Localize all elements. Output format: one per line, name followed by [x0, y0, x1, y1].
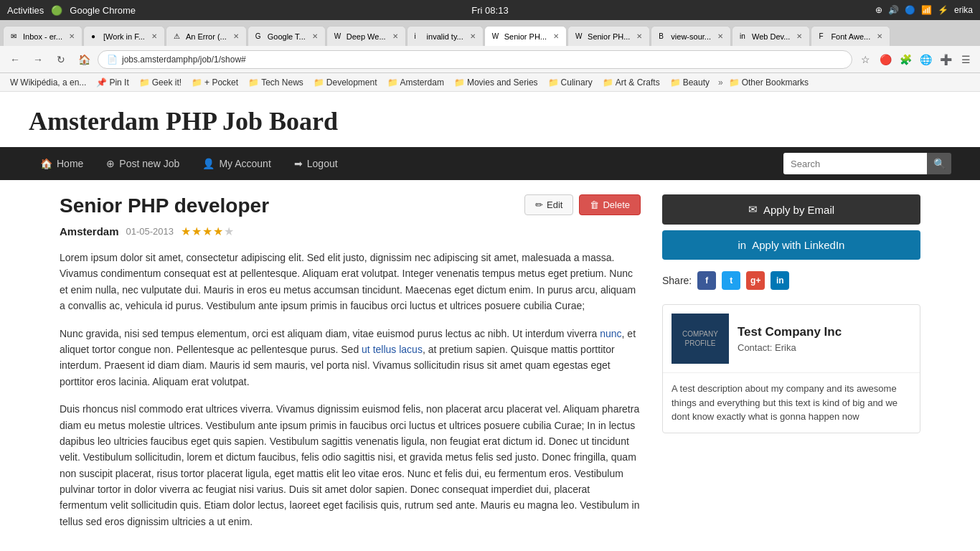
- chrome-menu-ext3[interactable]: 🌐: [917, 51, 934, 68]
- nav-post-job[interactable]: ⊕ Post new Job: [95, 147, 191, 180]
- apply-email-button[interactable]: ✉ Apply by Email: [662, 194, 920, 225]
- bookmark-pocket[interactable]: 📁 + Pocket: [187, 75, 242, 90]
- bookmark-label-pocket: + Pocket: [204, 77, 238, 88]
- reload-button[interactable]: ↻: [52, 50, 70, 69]
- tabs-bar: ✉ Inbox - er... ✕ ● [Work in F... ✕ ⚠ An…: [0, 20, 980, 46]
- apply-email-label: Apply by Email: [763, 204, 834, 216]
- home-button[interactable]: 🏠: [75, 50, 93, 69]
- trash-icon: 🗑: [590, 199, 599, 210]
- bookmark-culinary[interactable]: 📁 Culinary: [544, 75, 597, 90]
- tab-gmail[interactable]: ✉ Inbox - er... ✕: [3, 26, 83, 46]
- bookmark-icon-wikipedia: W: [10, 77, 18, 88]
- job-link-1[interactable]: nunc: [600, 328, 621, 339]
- chrome-menu-ext1[interactable]: 🔴: [877, 51, 894, 68]
- bookmark-label-amsterdam: Amsterdam: [400, 77, 444, 88]
- facebook-share-button[interactable]: f: [697, 271, 716, 290]
- search-button[interactable]: 🔍: [927, 153, 951, 174]
- tab-viewsource[interactable]: B view-sour... ✕: [651, 26, 731, 46]
- googleplus-share-button[interactable]: g+: [746, 271, 765, 290]
- twitter-share-button[interactable]: t: [722, 271, 740, 290]
- browser-label: Google Chrome: [70, 5, 136, 16]
- bookmark-pinit[interactable]: 📌 Pin It: [92, 75, 133, 90]
- job-meta: Amsterdam 01-05-2013 ★ ★ ★ ★ ★: [60, 225, 641, 238]
- bookmark-label-development: Development: [326, 77, 377, 88]
- bookmarks-more[interactable]: »: [718, 77, 723, 88]
- tab-label-google: Google T...: [268, 32, 306, 41]
- address-bar[interactable]: 📄 jobs.amsterdamphp/job/1/show#: [98, 50, 852, 69]
- tab-close-work[interactable]: ✕: [151, 32, 157, 40]
- tab-close-fontawe[interactable]: ✕: [877, 32, 882, 40]
- user-icon: 👤: [202, 158, 215, 169]
- bookmark-artcrafts[interactable]: 📁 Art & Crafts: [598, 75, 664, 90]
- bookmark-development[interactable]: 📁 Development: [309, 75, 382, 90]
- tab-fontawe[interactable]: F Font Awe... ✕: [811, 26, 890, 46]
- tab-close-google[interactable]: ✕: [312, 32, 318, 40]
- apply-linkedin-button[interactable]: in Apply with LinkedIn: [662, 230, 920, 260]
- forward-button[interactable]: →: [29, 50, 47, 69]
- bookmark-other[interactable]: 📁 Other Bookmarks: [725, 75, 813, 90]
- tab-deepweb[interactable]: W Deep We... ✕: [326, 26, 406, 46]
- bluetooth-icon: 🔵: [905, 5, 915, 15]
- job-location: Amsterdam: [60, 225, 119, 237]
- tab-webdev[interactable]: in Web Dev... ✕: [732, 26, 810, 46]
- os-bar: Activities 🟢 Google Chrome Fri 08:13 ⊕ 🔊…: [0, 0, 980, 20]
- bookmark-label-wikipedia: Wikipédia, a en...: [20, 77, 86, 88]
- bookmark-geekit[interactable]: 📁 Geek it!: [135, 75, 186, 90]
- edit-button[interactable]: ✏ Edit: [524, 194, 573, 215]
- tab-label-deepweb: Deep We...: [347, 32, 386, 41]
- job-paragraph-3: Duis rhoncus nisl commodo erat ultrices …: [60, 401, 641, 529]
- job-link-2[interactable]: ut tellus lacus: [362, 344, 423, 355]
- bookmark-wikipedia[interactable]: W Wikipédia, a en...: [6, 75, 90, 90]
- bookmark-icon-development: 📁: [314, 77, 324, 88]
- company-contact: Contact: Erika: [738, 342, 842, 353]
- bookmark-technews[interactable]: 📁 Tech News: [244, 75, 308, 90]
- tab-error[interactable]: ⚠ An Error (... ✕: [166, 26, 247, 46]
- bookmark-movies[interactable]: 📁 Movies and Series: [450, 75, 542, 90]
- tab-close-seniorph2[interactable]: ✕: [636, 32, 642, 40]
- tab-label-gmail: Inbox - er...: [23, 32, 62, 41]
- activities-label[interactable]: Activities: [7, 5, 44, 16]
- tab-close-deepweb[interactable]: ✕: [392, 32, 398, 40]
- nav-logout[interactable]: ➡ Logout: [283, 147, 349, 180]
- bookmark-icon-culinary: 📁: [548, 77, 559, 88]
- tab-label-work: [Work in F...: [103, 32, 145, 41]
- bookmark-star-button[interactable]: ☆: [857, 51, 874, 68]
- tab-close-gmail[interactable]: ✕: [69, 32, 75, 40]
- tab-seniorph1[interactable]: W Senior PH... ✕: [484, 26, 567, 46]
- tab-close-seniorph1[interactable]: ✕: [553, 32, 559, 40]
- tab-work[interactable]: ● [Work in F... ✕: [83, 26, 165, 46]
- company-logo-text: COMPANY PROFILE: [672, 329, 729, 348]
- job-paragraph-1: Lorem ipsum dolor sit amet, consectetur …: [60, 250, 641, 314]
- linkedin-share-button[interactable]: in: [771, 271, 789, 290]
- site-title: Amsterdam PHP Job Board: [29, 106, 951, 136]
- chrome-icon: 🟢: [51, 5, 62, 16]
- contact-name: Erika: [775, 342, 796, 353]
- tab-close-webdev[interactable]: ✕: [796, 32, 802, 40]
- bookmark-icon-beauty: 📁: [670, 77, 681, 88]
- wifi-icon: 📶: [921, 5, 932, 15]
- bookmark-beauty[interactable]: 📁 Beauty: [666, 75, 714, 90]
- tab-close-viewsource[interactable]: ✕: [717, 32, 723, 40]
- delete-button[interactable]: 🗑 Delete: [579, 194, 641, 215]
- tab-seniorph2[interactable]: W Senior PH... ✕: [567, 26, 650, 46]
- content-area: Senior PHP developer ✏ Edit 🗑 Delete Ams…: [31, 180, 949, 551]
- bookmark-label-artcrafts: Art & Crafts: [616, 77, 660, 88]
- bookmark-amsterdam[interactable]: 📁 Amsterdam: [383, 75, 448, 90]
- chrome-menu-ext2[interactable]: 🧩: [897, 51, 914, 68]
- back-button[interactable]: ←: [6, 50, 24, 69]
- job-date: 01-05-2013: [126, 226, 174, 237]
- tab-google[interactable]: G Google T... ✕: [248, 26, 326, 46]
- chrome-menu-button[interactable]: ☰: [957, 51, 974, 68]
- job-body: Lorem ipsum dolor sit amet, consectetur …: [60, 250, 641, 529]
- search-input[interactable]: [783, 153, 927, 174]
- nav-my-account[interactable]: 👤 My Account: [191, 147, 282, 180]
- apply-linkedin-label: Apply with LinkedIn: [752, 239, 844, 251]
- main-content: Senior PHP developer ✏ Edit 🗑 Delete Ams…: [60, 194, 641, 541]
- chrome-menu-ext4[interactable]: ➕: [937, 51, 954, 68]
- nav-logout-label: Logout: [307, 158, 338, 169]
- tab-close-invalid[interactable]: ✕: [470, 32, 476, 40]
- tab-invalid[interactable]: i invalid ty... ✕: [407, 26, 484, 46]
- nav-my-account-label: My Account: [219, 158, 270, 169]
- nav-home[interactable]: 🏠 Home: [29, 147, 95, 180]
- tab-close-error[interactable]: ✕: [233, 32, 239, 40]
